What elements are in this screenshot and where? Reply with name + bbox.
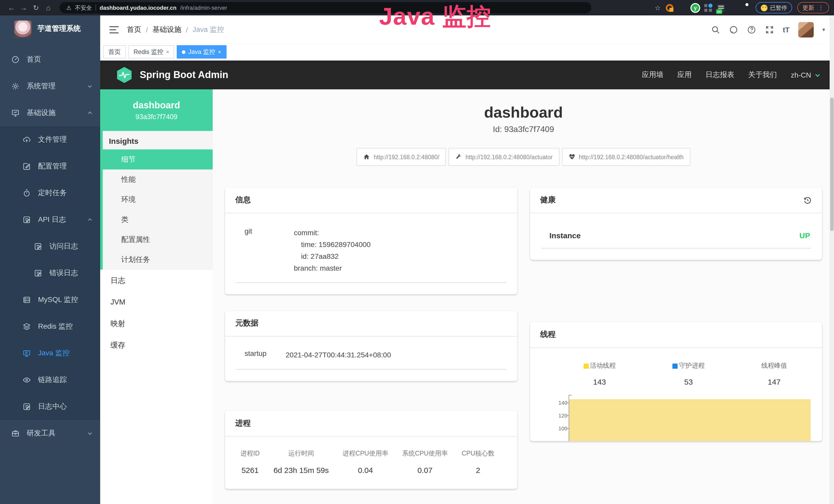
extension-pin-icon[interactable] [679,4,686,12]
sidebar-item-dev-tools[interactable]: 研发工具 [0,420,100,447]
hamburger-icon[interactable] [109,26,119,33]
sidebar-item-error-log[interactable]: 错误日志 [0,260,100,287]
insights-item-details[interactable]: 细节 [103,150,213,169]
bookmark-star-icon[interactable]: ☆ [655,4,661,12]
paused-profile-button[interactable]: 已暂停 [756,2,792,13]
metadata-card-title: 元数据 [225,311,517,337]
back-icon[interactable]: ← [5,4,18,12]
language-value: zh-CN [791,71,811,79]
sidebar-item-label: 配置管理 [38,162,93,171]
breadcrumb-separator: / [186,25,188,33]
sidebar-item-config[interactable]: 配置管理 [0,153,100,180]
log-icon [23,216,31,224]
breadcrumb-infra[interactable]: 基础设施 [153,25,181,34]
insights-item-metrics[interactable]: 性能 [103,169,213,189]
extension-on-badge-icon[interactable] [717,4,725,12]
sidebar-item-access-log[interactable]: 访问日志 [0,233,100,260]
threads-area-chart: 140 120 100 [539,395,813,441]
sba-nav-about[interactable]: 关于我们 [748,70,777,79]
status-badge: UP [799,231,810,240]
home-nav-icon[interactable]: ⌂ [42,4,54,12]
forward-icon[interactable]: → [18,4,30,12]
page-title: dashboard [225,104,822,121]
extension-leaf-icon[interactable] [730,4,738,12]
sidebar-item-redis[interactable]: Redis 监控 [0,313,100,340]
address-bar[interactable]: ⚠ 不安全 dashboard.yudao.iocoder.cn/infra/a… [60,2,591,13]
insights-item-scheduled-tasks[interactable]: 计划任务 [103,250,213,270]
sidebar-item-tracing[interactable]: 链路追踪 [0,367,100,393]
legend-swatch-yellow [583,363,589,368]
sidebar-item-java-monitor[interactable]: Java 监控 [0,340,100,367]
instance-header[interactable]: dashboard 93a3fc7f7409 [100,89,213,131]
sidebar-item-api-log[interactable]: API 日志 [0,206,100,233]
sidebar-item-system[interactable]: 系统管理 [0,73,100,100]
tab-java-monitor[interactable]: Java 监控 × [177,45,226,59]
insights-item-beans[interactable]: 类 [103,209,213,230]
chart-y-axis [568,395,569,441]
extension-y-icon[interactable]: y [690,3,700,13]
insights-group-title: Insights [103,131,213,150]
timer-icon [23,189,31,197]
sidebar-item-log-center[interactable]: 日志中心 [0,393,100,420]
font-size-icon[interactable]: tT [783,25,790,33]
breadcrumb-home[interactable]: 首页 [127,25,141,34]
reload-icon[interactable]: ↻ [30,4,42,12]
endpoint-actuator-url[interactable]: http://192.168.0.2:48080/actuator [448,148,559,166]
sba-nav-wallboard[interactable]: 应用墙 [642,70,663,79]
sidebar-item-infra[interactable]: 基础设施 [0,100,100,126]
sidebar-item-mysql[interactable]: MySQL 监控 [0,287,100,313]
sidebar-item-label: 首页 [27,55,93,64]
close-icon[interactable]: × [218,49,221,55]
spring-boot-admin-title[interactable]: Spring Boot Admin [140,69,228,81]
extension-grid-icon[interactable] [704,4,712,12]
endpoint-service-url[interactable]: http://192.168.0.2:48080/ [357,148,446,166]
nav-item-jvm[interactable]: JVM [100,291,213,313]
process-card-title: 进程 [225,411,517,437]
avatar-caret-icon[interactable]: ▾ [822,27,825,32]
legend-live-threads: 活动线程 143 [583,362,616,386]
search-icon[interactable] [711,25,720,34]
app-header: 首页 / 基础设施 / Java 监控 tT [100,16,834,44]
help-icon[interactable] [747,25,756,34]
tabs-bar: 首页 Redis 监控 × Java 监控 × [100,44,834,61]
history-icon[interactable] [804,196,812,204]
browser-toolbar: ← → ↻ ⌂ ⚠ 不安全 dashboard.yudao.iocoder.cn… [0,0,834,16]
sba-nav-applications[interactable]: 应用 [677,70,692,79]
main-sidebar: 芋道管理系统 首页 系统管理 [0,16,100,504]
sidebar-item-jobs[interactable]: 定时任务 [0,180,100,206]
sba-nav-journal[interactable]: 日志报表 [706,70,734,79]
close-icon[interactable]: × [166,49,169,55]
scrollbar-thumb[interactable] [830,97,834,231]
tab-home[interactable]: 首页 [103,45,126,59]
chrome-update-button[interactable]: 更新 ⋮ [797,2,829,13]
avatar[interactable] [798,22,814,37]
app-logo-row[interactable]: 芋道管理系统 [0,16,100,42]
legend-swatch-blue [673,363,678,368]
extension-colorzilla-icon[interactable] [666,4,674,12]
endpoint-health-url[interactable]: http://192.168.0.2:48080/actuator/health [562,148,690,166]
nav-item-caches[interactable]: 缓存 [100,334,213,356]
github-icon[interactable] [729,25,738,34]
eye-icon [23,376,31,384]
sidebar-item-files[interactable]: 文件管理 [0,126,100,153]
tab-redis-monitor[interactable]: Redis 监控 × [128,45,174,59]
edit-icon [23,162,31,170]
screen: ← → ↻ ⌂ ⚠ 不安全 dashboard.yudao.iocoder.cn… [0,0,834,504]
language-select[interactable]: zh-CN [791,71,821,79]
health-card-title: 健康 [540,195,555,205]
spring-boot-admin-logo-icon[interactable] [115,66,133,84]
nav-item-logging[interactable]: 日志 [100,270,213,291]
url-path: /infra/admin-server [180,5,227,11]
extension-puzzle-icon[interactable] [743,4,750,12]
heartbeat-icon [568,154,575,160]
breadcrumb-separator: / [146,25,148,33]
fullscreen-icon[interactable] [765,25,774,34]
insights-item-environment[interactable]: 环境 [103,189,213,209]
browser-menu-icon[interactable]: ⋮ [818,4,824,11]
nav-item-mappings[interactable]: 映射 [100,313,213,334]
sidebar-submenu-infra: 文件管理 配置管理 定时任务 [0,126,100,420]
home-icon [364,154,370,160]
insights-item-configprops[interactable]: 配置属性 [103,230,213,250]
sidebar-item-home[interactable]: 首页 [0,46,100,73]
page-scrollbar[interactable] [830,16,834,504]
